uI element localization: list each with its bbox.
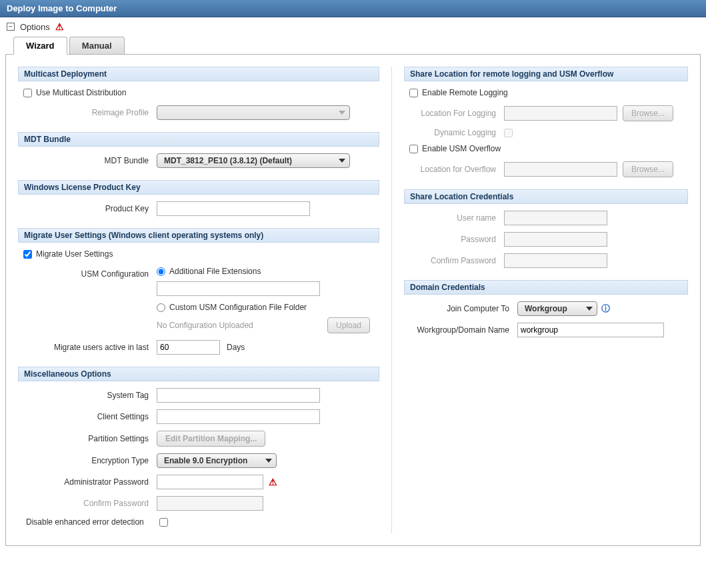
- label-encryption: Encryption Type: [23, 456, 157, 465]
- chevron-down-icon: [265, 459, 272, 463]
- input-workgroup-name[interactable]: [517, 323, 664, 337]
- label-cred-user: User name: [404, 213, 504, 223]
- section-multicast: Multicast Deployment: [18, 67, 379, 81]
- label-client-settings: Client Settings: [23, 412, 157, 421]
- upload-button[interactable]: Upload: [327, 317, 370, 333]
- select-join-computer[interactable]: Workgroup: [517, 301, 597, 316]
- label-loc-overflow: Location for Overflow: [404, 165, 504, 174]
- label-loc-logging: Location For Logging: [404, 109, 504, 118]
- label-use-multicast: Use Multicast Distribution: [36, 88, 126, 97]
- label-cred-confirm: Confirm Password: [404, 256, 504, 265]
- input-cred-confirm: [504, 253, 607, 268]
- partition-button[interactable]: Edit Partition Mapping...: [157, 431, 265, 447]
- left-column: Multicast Deployment Use Multicast Distr…: [18, 67, 391, 533]
- section-migrate: Migrate User Settings (Windows client op…: [18, 228, 379, 243]
- tab-manual[interactable]: Manual: [69, 37, 125, 54]
- input-product-key[interactable]: [157, 201, 310, 216]
- section-license: Windows License Product Key: [18, 180, 379, 195]
- label-migrate-user: Migrate User Settings: [36, 249, 113, 259]
- input-cred-pass: [504, 232, 607, 247]
- select-mdt-bundle[interactable]: MDT_3812_PE10 (3.8.12) (Default): [157, 153, 350, 168]
- input-system-tag[interactable]: [157, 388, 320, 403]
- label-workgroup-name: Workgroup/Domain Name: [404, 325, 517, 335]
- input-confirm-password: [157, 496, 263, 511]
- label-mdt-bundle: MDT Bundle: [23, 156, 157, 165]
- options-label[interactable]: Options: [20, 22, 50, 32]
- label-usm-config: USM Configuration: [23, 267, 157, 279]
- info-icon[interactable]: ⓘ: [601, 303, 610, 315]
- chevron-down-icon: [586, 307, 593, 311]
- checkbox-enable-remote[interactable]: [409, 89, 418, 97]
- section-misc: Miscellaneous Options: [18, 367, 379, 381]
- label-disable-detection: Disable enhanced error detection: [26, 517, 159, 527]
- warning-icon: ⚠: [269, 477, 277, 487]
- radio-custom-folder[interactable]: [157, 303, 165, 312]
- window-title: Deploy Image to Computer: [7, 3, 117, 13]
- label-join-computer: Join Computer To: [404, 304, 517, 313]
- section-domain-creds: Domain Credentials: [404, 280, 688, 295]
- label-system-tag: System Tag: [23, 391, 157, 400]
- section-mdt: MDT Bundle: [18, 132, 379, 147]
- tab-wizard[interactable]: Wizard: [13, 37, 67, 55]
- label-enable-remote: Enable Remote Logging: [422, 88, 508, 97]
- options-bar: − Options ⚠: [0, 17, 706, 36]
- section-share-creds: Share Location Credentials: [404, 189, 688, 204]
- label-partition: Partition Settings: [23, 434, 157, 443]
- label-dynamic-logging: Dynamic Logging: [404, 128, 504, 137]
- radio-additional-ext[interactable]: [157, 267, 165, 276]
- checkbox-disable-detection[interactable]: [159, 518, 168, 527]
- label-additional-ext: Additional File Extensions: [169, 267, 261, 276]
- chevron-down-icon: [339, 111, 345, 115]
- label-days-suffix: Days: [227, 343, 245, 352]
- collapse-icon[interactable]: −: [7, 23, 15, 31]
- label-confirm-password: Confirm Password: [23, 499, 157, 508]
- input-admin-password[interactable]: [157, 475, 263, 489]
- select-reimage-profile: [157, 105, 350, 120]
- input-additional-ext[interactable]: [157, 281, 320, 296]
- warning-icon: ⚠: [55, 21, 64, 32]
- checkbox-migrate-user[interactable]: [23, 250, 32, 259]
- browse-overflow-button: Browse...: [623, 161, 673, 177]
- checkbox-dynamic-logging: [504, 129, 513, 137]
- input-loc-overflow: [504, 162, 617, 177]
- window-title-bar: Deploy Image to Computer: [0, 0, 706, 17]
- select-encryption[interactable]: Enable 9.0 Encryption: [157, 453, 277, 468]
- label-cred-pass: Password: [404, 235, 504, 244]
- main-panel: Multicast Deployment Use Multicast Distr…: [5, 54, 701, 546]
- label-migrate-days: Migrate users active in last: [23, 343, 157, 352]
- checkbox-enable-usm[interactable]: [409, 145, 418, 153]
- section-share-location: Share Location for remote logging and US…: [404, 67, 688, 81]
- input-loc-logging: [504, 106, 617, 121]
- input-client-settings[interactable]: [157, 409, 320, 424]
- chevron-down-icon: [339, 159, 345, 163]
- browse-logging-button: Browse...: [623, 105, 673, 121]
- label-enable-usm: Enable USM Overflow: [422, 144, 501, 153]
- right-column: Share Location for remote logging and US…: [391, 67, 688, 533]
- tab-strip: Wizard Manual: [0, 37, 706, 55]
- label-reimage-profile: Reimage Profile: [23, 108, 157, 117]
- input-cred-user: [504, 211, 607, 225]
- label-no-config: No Configuration Uploaded: [157, 321, 253, 330]
- checkbox-use-multicast[interactable]: [23, 89, 32, 97]
- label-admin-password: Administrator Password: [23, 477, 157, 487]
- input-migrate-days[interactable]: [157, 340, 220, 355]
- label-product-key: Product Key: [23, 204, 157, 213]
- label-custom-folder: Custom USM Configuration File Folder: [169, 303, 307, 312]
